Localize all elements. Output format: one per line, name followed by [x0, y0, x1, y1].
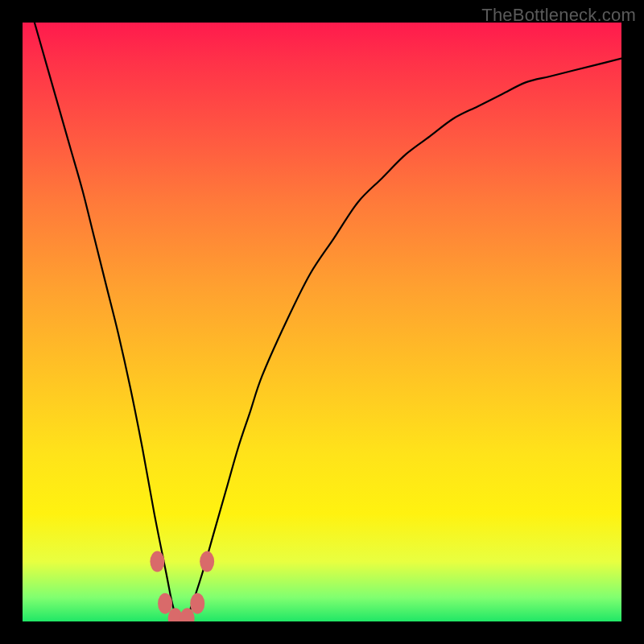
curve-marker-dot — [190, 593, 204, 614]
curve-marker-dot — [168, 608, 183, 621]
curve-marker-group — [150, 551, 214, 621]
bottleneck-curve-svg — [23, 23, 621, 621]
curve-marker-dot — [150, 551, 164, 572]
curve-marker-dot — [158, 593, 172, 614]
curve-marker-dot — [200, 551, 214, 572]
chart-plot-area — [23, 23, 621, 621]
curve-marker-dot — [180, 608, 195, 621]
bottleneck-curve-line — [35, 23, 621, 621]
